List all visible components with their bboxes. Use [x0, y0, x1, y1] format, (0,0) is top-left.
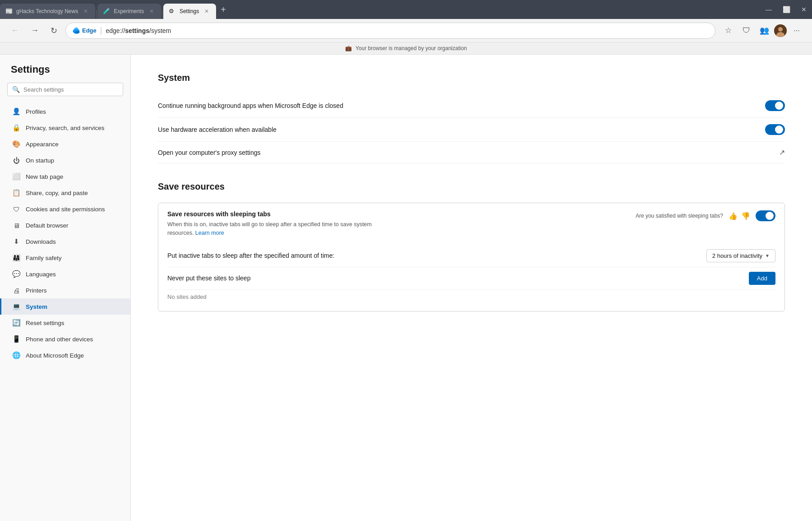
external-link-icon[interactable]: ↗	[779, 148, 785, 157]
background-apps-toggle[interactable]	[765, 100, 785, 111]
briefcase-icon: 💼	[345, 45, 352, 51]
tab-close-3[interactable]: ✕	[203, 7, 211, 15]
tab-favicon-3: ⚙	[169, 8, 176, 15]
tab-favicon-1: 📰	[5, 8, 13, 15]
managed-bar: 💼 Your browser is managed by your organi…	[0, 42, 812, 55]
privacy-icon: 🔒	[12, 124, 20, 132]
tab-label-3: Settings	[180, 8, 199, 14]
learn-more-link[interactable]: Learn more	[195, 230, 224, 236]
setting-row-hardware-accel: Use hardware acceleration when available	[158, 118, 785, 142]
inactive-tabs-row: Put inactive tabs to sleep after the spe…	[167, 245, 775, 267]
sidebar-item-share-label: Share, copy, and paste	[26, 190, 88, 196]
tab-close-2[interactable]: ✕	[148, 7, 156, 15]
dropdown-value: 2 hours of inactivity	[712, 252, 762, 259]
about-icon: 🌐	[12, 351, 20, 359]
languages-icon: 💬	[12, 270, 20, 278]
sidebar-item-reset[interactable]: 🔄 Reset settings	[0, 315, 130, 331]
sidebar-item-downloads-label: Downloads	[26, 238, 56, 245]
newtab-icon: ⬜	[12, 172, 20, 181]
sidebar-item-system[interactable]: 💻 System	[0, 298, 130, 315]
shield-icon[interactable]: 🛡	[738, 23, 754, 39]
managed-text: Your browser is managed by your organiza…	[355, 45, 467, 51]
background-apps-label: Continue running background apps when Mi…	[158, 102, 343, 109]
sleeping-tabs-toggle[interactable]	[756, 210, 775, 221]
sidebar-item-startup-label: On startup	[26, 157, 54, 164]
sidebar-item-languages-label: Languages	[26, 271, 56, 278]
main-content: System Continue running background apps …	[131, 55, 812, 521]
sidebar-item-reset-label: Reset settings	[26, 320, 65, 326]
forward-button[interactable]: →	[27, 24, 42, 37]
sidebar-item-profiles-label: Profiles	[26, 108, 46, 115]
sidebar-item-cookies-label: Cookies and site permissions	[26, 206, 105, 213]
sidebar-item-appearance[interactable]: 🎨 Appearance	[0, 136, 130, 152]
tab-label-1: gHacks Technology News	[16, 8, 78, 14]
search-box[interactable]: 🔍	[7, 83, 123, 96]
favorites-icon[interactable]: ☆	[720, 23, 736, 39]
sidebar-item-about[interactable]: 🌐 About Microsoft Edge	[0, 347, 130, 363]
save-resources-title: Save resources	[158, 181, 785, 192]
thumbs-down-icon[interactable]: 👎	[741, 212, 750, 220]
reload-button[interactable]: ↻	[47, 24, 61, 37]
toolbar-icons: ☆ 🛡 👥 ···	[720, 23, 805, 39]
address-divider: |	[100, 26, 102, 35]
tab-separator-2	[162, 10, 162, 19]
tab-close-1[interactable]: ✕	[82, 7, 90, 15]
sidebar-item-newtab[interactable]: ⬜ New tab page	[0, 168, 130, 185]
sidebar-item-cookies[interactable]: 🛡 Cookies and site permissions	[0, 201, 130, 217]
sidebar-item-privacy[interactable]: 🔒 Privacy, search, and services	[0, 120, 130, 136]
search-icon: 🔍	[12, 86, 20, 93]
address-field[interactable]: Edge | edge://settings/system	[65, 23, 715, 39]
defaultbrowser-icon: 🖥	[12, 221, 20, 229]
reset-icon: 🔄	[12, 319, 20, 327]
add-site-button[interactable]: Add	[749, 272, 775, 285]
address-bar: ← → ↻ Edge | ed	[0, 19, 812, 42]
maximize-button[interactable]: ⬜	[777, 0, 796, 19]
window-controls: — ⬜ ✕	[760, 0, 812, 19]
system-section-title: System	[158, 73, 785, 83]
sleeping-tabs-slider	[756, 210, 775, 221]
tab-separator-1	[96, 10, 97, 19]
hardware-accel-toggle[interactable]	[765, 124, 785, 135]
proxy-action: ↗	[779, 148, 785, 157]
tab-experiments[interactable]: 🧪 Experiments ✕	[97, 4, 161, 19]
chevron-down-icon: ▼	[765, 253, 770, 258]
profile-sync-icon[interactable]: 👥	[756, 23, 772, 39]
tab-ghacks[interactable]: 📰 gHacks Technology News ✕	[0, 4, 95, 19]
sidebar-item-languages[interactable]: 💬 Languages	[0, 266, 130, 282]
minimize-button[interactable]: —	[760, 0, 777, 19]
background-apps-slider	[765, 100, 785, 111]
sidebar-item-familysafety-label: Family safety	[26, 255, 62, 261]
sidebar-item-defaultbrowser[interactable]: 🖥 Default browser	[0, 217, 130, 233]
hardware-accel-action	[765, 124, 785, 135]
startup-icon: ⏻	[12, 156, 20, 164]
appearance-icon: 🎨	[12, 140, 20, 148]
sidebar-item-startup[interactable]: ⏻ On startup	[0, 152, 130, 168]
close-button[interactable]: ✕	[796, 0, 812, 19]
save-resources-section: Save resources Save resources with sleep…	[158, 181, 785, 312]
save-resources-card: Save resources with sleeping tabs When t…	[158, 203, 785, 312]
add-tab-button[interactable]: +	[216, 5, 231, 15]
thumbs-up-icon[interactable]: 👍	[729, 212, 738, 220]
back-button[interactable]: ←	[7, 24, 23, 37]
sidebar-item-share[interactable]: 📋 Share, copy, and paste	[0, 185, 130, 201]
setting-row-background-apps: Continue running background apps when Mi…	[158, 94, 785, 118]
sidebar-item-downloads[interactable]: ⬇ Downloads	[0, 233, 130, 250]
sidebar-item-profiles[interactable]: 👤 Profiles	[0, 103, 130, 120]
sidebar-item-newtab-label: New tab page	[26, 173, 63, 180]
inactive-tabs-label: Put inactive tabs to sleep after the spe…	[167, 252, 334, 259]
avatar[interactable]	[774, 24, 787, 37]
svg-point-4	[778, 27, 783, 32]
search-input[interactable]	[23, 86, 118, 93]
hardware-accel-label: Use hardware acceleration when available	[158, 126, 277, 133]
card-header-right: Are you satisfied with sleeping tabs? 👍 …	[636, 210, 775, 221]
sidebar-item-phone[interactable]: 📱 Phone and other devices	[0, 331, 130, 347]
sidebar-item-familysafety[interactable]: 👨‍👩‍👧 Family safety	[0, 250, 130, 266]
more-options-icon[interactable]: ···	[789, 23, 805, 39]
inactivity-dropdown[interactable]: 2 hours of inactivity ▼	[706, 249, 775, 262]
sidebar-item-privacy-label: Privacy, search, and services	[26, 125, 105, 131]
sidebar-item-printers[interactable]: 🖨 Printers	[0, 282, 130, 298]
profiles-icon: 👤	[12, 107, 20, 116]
tab-settings[interactable]: ⚙ Settings ✕	[163, 4, 216, 19]
phone-icon: 📱	[12, 335, 20, 343]
never-sleep-row: Never put these sites to sleep Add	[167, 267, 775, 290]
